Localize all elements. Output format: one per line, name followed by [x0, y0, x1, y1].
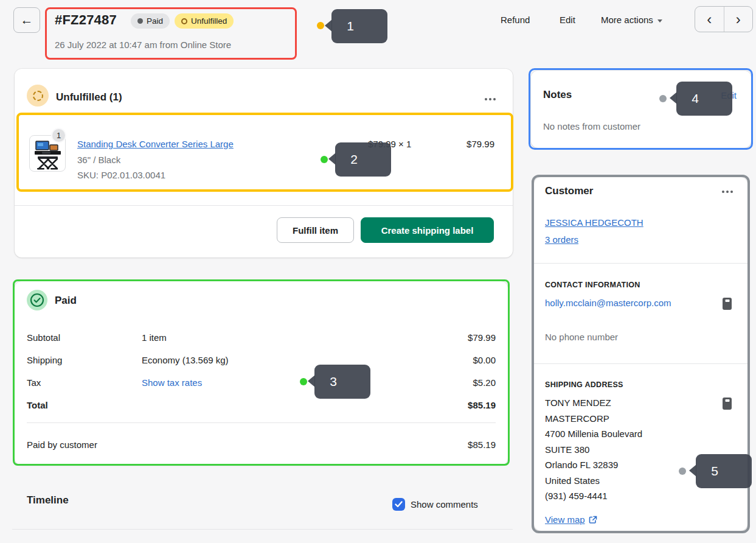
customer-name-link[interactable]: JESSICA HEDGECOTH: [545, 217, 643, 228]
annotation-dot-1: [317, 22, 324, 29]
edit-notes-link[interactable]: Edit: [721, 90, 737, 100]
phone-placeholder: No phone number: [545, 332, 618, 342]
subtotal-label: Subtotal: [27, 332, 60, 343]
fulfill-item-button[interactable]: Fulfill item: [277, 217, 354, 243]
address-line: MASTERCORP: [545, 411, 642, 427]
more-actions-button[interactable]: More actions: [601, 15, 662, 25]
shipping-detail: Economy (13.569 kg): [142, 355, 229, 365]
address-line: SUITE 380: [545, 442, 642, 458]
customer-kebab-menu-button[interactable]: [720, 188, 735, 195]
tax-amount: $5.20: [473, 377, 496, 388]
product-variant: 36" / Black: [77, 155, 120, 165]
product-sku: SKU: P02.01.03.0041: [77, 170, 165, 180]
customer-email-link[interactable]: holly.mcclain@mastercorp.com: [545, 296, 686, 310]
page-title: #FZ27487: [55, 12, 117, 28]
refund-button[interactable]: Refund: [501, 15, 530, 25]
address-line: United States: [545, 473, 642, 489]
previous-order-button[interactable]: ‹: [695, 7, 724, 32]
shipping-address-block: TONY MENDEZ MASTERCORP 4700 Millenia Bou…: [545, 395, 642, 504]
chevron-right-icon: ›: [736, 11, 741, 28]
timeline-title: Timeline: [27, 494, 69, 506]
total-amount: $85.19: [468, 400, 496, 410]
back-button[interactable]: ←: [13, 7, 40, 33]
order-pager: ‹ ›: [695, 6, 753, 32]
show-tax-rates-link[interactable]: Show tax rates: [142, 377, 202, 388]
address-line: 4700 Millenia Boulevard: [545, 426, 642, 442]
quantity-badge: 1: [51, 128, 66, 143]
open-circle-icon: [181, 18, 187, 24]
edit-button[interactable]: Edit: [560, 15, 575, 25]
paid-status-badge: Paid: [131, 13, 170, 29]
external-link-icon: [589, 516, 597, 524]
fulfillment-card-title: Unfulfilled (1): [56, 91, 122, 103]
fulfillment-kebab-menu-button[interactable]: [482, 96, 498, 103]
shipping-amount: $0.00: [473, 355, 496, 365]
check-icon: [395, 501, 403, 508]
show-comments-checkbox[interactable]: [392, 498, 405, 511]
notes-body: No notes from customer: [543, 121, 640, 131]
timeline-divider: [12, 529, 513, 530]
subtotal-detail: 1 item: [142, 332, 167, 343]
contact-information-heading: CONTACT INFORMATION: [545, 281, 640, 289]
unfulfilled-status-icon: [27, 85, 49, 107]
next-order-button[interactable]: ›: [724, 7, 753, 32]
shipping-label: Shipping: [27, 355, 62, 365]
customer-card: Customer JESSICA HEDGECOTH 3 orders CONT…: [534, 177, 747, 531]
chevron-down-icon: [657, 19, 662, 23]
subtotal-amount: $79.99: [468, 332, 496, 343]
tax-label: Tax: [27, 377, 41, 388]
annotation-label-1: 1: [331, 9, 387, 43]
notes-card: Notes Edit No notes from customer: [531, 71, 751, 148]
paid-check-icon: [27, 290, 47, 310]
customer-card-title: Customer: [545, 185, 593, 197]
item-total: $79.99: [466, 139, 494, 149]
address-line: Orlando FL 32839: [545, 457, 642, 473]
customer-orders-link[interactable]: 3 orders: [545, 234, 578, 245]
paid-by-customer-label: Paid by customer: [27, 440, 97, 450]
product-link[interactable]: Standing Desk Converter Series Large: [77, 139, 234, 149]
item-price-qty: $79.99 × 1: [368, 139, 411, 149]
order-date: 26 July 2022 at 10:47 am from Online Sto…: [55, 40, 231, 50]
back-arrow-icon: ←: [21, 13, 33, 27]
create-shipping-label-button[interactable]: Create shipping label: [361, 217, 494, 243]
paid-by-customer-amount: $85.19: [468, 440, 496, 450]
total-label: Total: [27, 400, 48, 410]
address-line: TONY MENDEZ: [545, 395, 642, 411]
unfulfilled-card: Unfulfilled (1) 1 Standing Desk Converte…: [15, 69, 513, 257]
show-comments-label[interactable]: Show comments: [411, 499, 478, 510]
payment-card-title: Paid: [55, 295, 77, 307]
address-line: (931) 459-4441: [545, 488, 642, 504]
chevron-left-icon: ‹: [707, 11, 712, 28]
payment-card: Paid Subtotal 1 item $79.99 Shipping Eco…: [15, 281, 508, 465]
filled-dot-icon: [137, 18, 143, 24]
shipping-address-heading: SHIPPING ADDRESS: [545, 380, 623, 389]
view-map-link[interactable]: View map: [545, 514, 597, 525]
copy-email-icon[interactable]: [723, 298, 732, 310]
unfulfilled-status-badge: Unfulfilled: [175, 13, 234, 29]
copy-address-icon[interactable]: [723, 398, 732, 410]
notes-card-title: Notes: [543, 89, 572, 101]
